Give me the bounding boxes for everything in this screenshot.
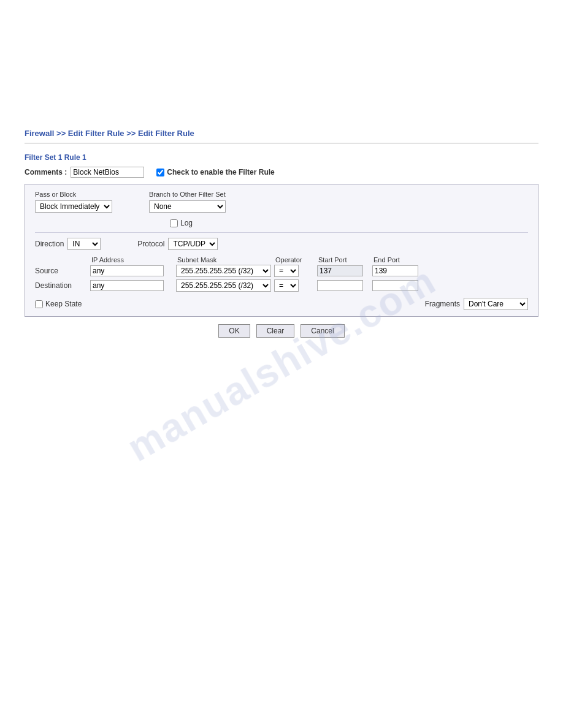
ip-table: IP Address Subnet Mask Operator Start Po…	[35, 256, 528, 292]
breadcrumb-sep1: >>	[54, 129, 67, 138]
top-section: Pass or Block Block Immediately Pass Imm…	[35, 191, 528, 213]
table-header: IP Address Subnet Mask Operator Start Po…	[35, 256, 528, 264]
keep-state-label[interactable]: Keep State	[35, 300, 82, 308]
col-end-port: End Port	[372, 256, 421, 264]
comments-label: Comments :	[25, 168, 67, 176]
enable-rule-text: Check to enable the Filter Rule	[167, 168, 274, 176]
enable-rule-label[interactable]: Check to enable the Filter Rule	[156, 168, 274, 176]
pass-block-group: Pass or Block Block Immediately Pass Imm…	[35, 191, 112, 213]
destination-start-port-input[interactable]	[317, 280, 363, 291]
branch-select[interactable]: None	[149, 200, 226, 213]
breadcrumb-sep2: >>	[124, 129, 138, 138]
direction-protocol-row: Direction IN OUT Protocol TCP/UDP TCP UD…	[35, 238, 528, 250]
fragments-group: Fragments Don't Care Unfragmented Fragme…	[425, 298, 528, 310]
col-empty	[35, 256, 90, 264]
source-end-port-input[interactable]	[372, 265, 418, 276]
enable-rule-checkbox[interactable]	[156, 169, 164, 176]
destination-subnet-select[interactable]: 255.255.255.255 (/32)	[176, 279, 271, 292]
protocol-select[interactable]: TCP/UDP TCP UDP ICMP Any	[168, 238, 218, 250]
col-subnet: Subnet Mask	[176, 256, 274, 264]
destination-end-port-input[interactable]	[372, 280, 418, 291]
destination-row: Destination 255.255.255.255 (/32) = != >…	[35, 279, 528, 292]
source-operator-select[interactable]: = != > <	[274, 265, 299, 277]
breadcrumb: Firewall >> Edit Filter Rule >> Edit Fil…	[25, 129, 538, 138]
direction-label: Direction	[35, 240, 64, 248]
protocol-label: Protocol	[137, 240, 164, 248]
keep-state-checkbox[interactable]	[35, 300, 43, 308]
branch-group: Branch to Other Filter Set None	[149, 191, 226, 213]
source-row: Source 255.255.255.255 (/32) = != > <	[35, 265, 528, 277]
breadcrumb-firewall: Firewall	[25, 129, 54, 138]
buttons-row: OK Clear Cancel	[25, 324, 538, 338]
pass-block-label: Pass or Block	[35, 191, 112, 198]
source-ip-input[interactable]	[90, 265, 164, 276]
branch-label: Branch to Other Filter Set	[149, 191, 226, 198]
keep-state-text: Keep State	[45, 300, 82, 308]
ok-button[interactable]: OK	[218, 324, 250, 338]
cancel-button[interactable]: Cancel	[301, 324, 344, 338]
main-config-box: Pass or Block Block Immediately Pass Imm…	[25, 184, 538, 317]
section-divider	[35, 232, 528, 233]
source-start-port-input[interactable]	[317, 265, 363, 276]
log-checkbox[interactable]	[170, 219, 178, 227]
comments-input[interactable]	[71, 167, 144, 178]
pass-block-select[interactable]: Block Immediately Pass Immediately	[35, 200, 112, 213]
filter-set-title: Filter Set 1 Rule 1	[25, 153, 538, 162]
direction-group: Direction IN OUT	[35, 238, 101, 250]
source-subnet-select[interactable]: 255.255.255.255 (/32)	[176, 265, 271, 277]
fragments-select[interactable]: Don't Care Unfragmented Fragmented Too S…	[464, 298, 528, 310]
breadcrumb-edit-filter-rule: Edit Filter Rule	[138, 129, 194, 138]
source-label: Source	[35, 267, 90, 275]
destination-operator-select[interactable]: = != > <	[274, 279, 299, 292]
destination-label: Destination	[35, 281, 90, 290]
clear-button[interactable]: Clear	[256, 324, 295, 338]
col-ip: IP Address	[90, 256, 176, 264]
direction-select[interactable]: IN OUT	[67, 238, 101, 250]
log-row: Log	[170, 219, 528, 227]
log-label: Log	[180, 219, 193, 227]
breadcrumb-edit-filter: Edit Filter Rule	[68, 129, 124, 138]
breadcrumb-divider	[25, 143, 538, 143]
protocol-group: Protocol TCP/UDP TCP UDP ICMP Any	[137, 238, 218, 250]
comments-row: Comments : Check to enable the Filter Ru…	[25, 167, 538, 178]
col-operator: Operator	[274, 256, 317, 264]
bottom-section: Keep State Fragments Don't Care Unfragme…	[35, 298, 528, 310]
fragments-label: Fragments	[425, 300, 460, 308]
destination-ip-input[interactable]	[90, 280, 164, 291]
col-start-port: Start Port	[317, 256, 372, 264]
